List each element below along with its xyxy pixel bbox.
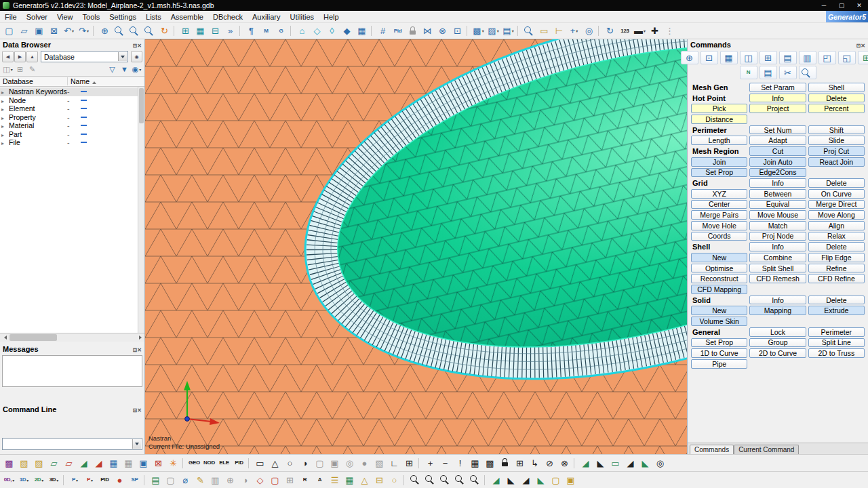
select-rect-icon[interactable]: ▭ xyxy=(253,456,267,470)
overflow-icon[interactable]: ⋮ xyxy=(663,24,677,38)
db-view-mode-icon[interactable]: ◫ xyxy=(2,64,14,75)
list-materials-icon[interactable]: M xyxy=(259,24,273,38)
move-hole-button[interactable]: Move Hole xyxy=(691,221,747,230)
mini2-tri-2-icon[interactable]: ◣ xyxy=(504,473,518,487)
target-icon[interactable]: ◎ xyxy=(582,24,596,38)
diameter-icon[interactable]: ⌀ xyxy=(178,473,193,487)
page-filled-icon[interactable]: ▣ xyxy=(328,456,342,470)
percent-button[interactable]: Percent xyxy=(808,104,865,113)
viewport-canvas[interactable] xyxy=(145,39,687,454)
menu-lists[interactable]: Lists xyxy=(141,11,166,22)
page-blank-icon[interactable]: ▢ xyxy=(313,456,327,470)
r-button[interactable]: R xyxy=(298,473,312,487)
join-button[interactable]: Join xyxy=(691,157,747,167)
table-icon[interactable]: ⊞ xyxy=(402,456,416,470)
snap-icon[interactable]: ↳ xyxy=(528,456,542,470)
quality-quad-green-icon[interactable]: ▱ xyxy=(47,456,61,470)
ring-gold-icon[interactable]: ○ xyxy=(387,473,401,487)
mini2-tri-3-icon[interactable]: ◢ xyxy=(519,473,533,487)
merge-direct-button[interactable]: Merge Direct xyxy=(808,200,865,209)
corner-icon[interactable]: ∟ xyxy=(387,456,401,470)
proj-cut-button[interactable]: Proj Cut xyxy=(808,146,865,156)
redo-icon[interactable]: ↷ xyxy=(77,24,91,38)
rotate-view-icon[interactable]: ↻ xyxy=(157,24,172,38)
section-a-icon[interactable]: ▧ xyxy=(17,456,31,470)
line-width-icon[interactable]: ▬ xyxy=(633,24,647,38)
solid-tool-icon[interactable]: ◆ xyxy=(340,24,354,38)
expander-icon[interactable] xyxy=(1,121,9,129)
pan-view-icon[interactable]: ⊕ xyxy=(98,24,112,38)
grid-small-icon[interactable]: ⊞ xyxy=(283,473,297,487)
tree-item-element[interactable]: Element - xyxy=(0,104,138,113)
menu-tools[interactable]: Tools xyxy=(78,11,105,22)
green-book-icon[interactable]: ▤ xyxy=(149,473,163,487)
mesh-hash-icon[interactable]: # xyxy=(376,24,390,38)
flip-edge-button[interactable]: Flip Edge xyxy=(808,253,865,262)
zoom-in-button[interactable] xyxy=(408,473,422,487)
display-mode-icon[interactable]: ▩ xyxy=(471,24,486,38)
project-button[interactable]: Project xyxy=(749,104,806,113)
face-tool-icon[interactable]: ◇ xyxy=(310,24,324,38)
slide-button[interactable]: Slide xyxy=(808,136,865,145)
between-button[interactable]: Between xyxy=(749,189,806,199)
cut-tool-icon[interactable]: ✂ xyxy=(779,66,797,79)
diamond-red-icon[interactable]: ◇ xyxy=(253,473,267,487)
half-icon[interactable]: ◑ xyxy=(238,473,252,487)
open-folder-icon[interactable]: ▱ xyxy=(17,24,31,38)
tree-item-node[interactable]: Node - xyxy=(0,96,138,105)
scroll-left-icon[interactable] xyxy=(0,333,8,342)
undo-icon[interactable]: ↶ xyxy=(62,24,76,38)
on-curve-button[interactable]: On Curve xyxy=(808,189,865,199)
zoom-out-icon[interactable] xyxy=(142,24,157,38)
delete-mesh-icon[interactable]: ⊠ xyxy=(151,456,165,470)
db-options-button[interactable]: ◉ xyxy=(131,51,142,62)
close-button[interactable]: ✕ xyxy=(850,0,868,11)
2d-to-curve-button[interactable]: 2D to Curve xyxy=(749,348,806,358)
db-filter-icon[interactable]: ▽ xyxy=(106,64,118,75)
column-header-name[interactable]: Name xyxy=(68,77,144,85)
region-set-prop-button[interactable]: Set Prop xyxy=(691,168,747,178)
command-input[interactable] xyxy=(2,438,142,450)
equival-button[interactable]: Equival xyxy=(749,200,806,209)
grid-add-icon[interactable]: ⊞ xyxy=(513,456,527,470)
1d-to-curve-button[interactable]: 1D to Curve xyxy=(691,348,747,358)
adapt-button[interactable]: Adapt xyxy=(749,136,806,145)
notes-icon[interactable]: ▢ xyxy=(163,473,178,487)
pencil-icon[interactable]: ✎ xyxy=(193,473,208,487)
bc-module-icon[interactable]: ◰ xyxy=(818,51,836,64)
db-forward-button[interactable]: ▶ xyxy=(14,51,26,62)
menu-solver[interactable]: Solver xyxy=(22,11,52,22)
quality-quad-red-icon[interactable]: ▱ xyxy=(62,456,76,470)
close-panel-icon[interactable]: ✕ xyxy=(861,43,865,49)
extrude-button[interactable]: Extrude xyxy=(808,306,865,315)
match-button[interactable]: Match xyxy=(749,221,806,230)
box3d-icon[interactable]: ▧ xyxy=(372,456,387,470)
screen-icon[interactable]: ⊡ xyxy=(450,24,465,38)
list-groups-icon[interactable]: G xyxy=(274,24,288,38)
doc-gold-1-icon[interactable]: ▢ xyxy=(549,473,563,487)
combine-button[interactable]: Combine xyxy=(749,253,806,262)
column-header-database[interactable]: Database xyxy=(0,77,68,85)
zoom-prev-button[interactable] xyxy=(453,473,467,487)
grid-solid-icon[interactable]: ▦ xyxy=(468,456,482,470)
close-model-icon[interactable]: ⊠ xyxy=(47,24,61,38)
lock-entities-icon[interactable] xyxy=(498,456,512,470)
mini-ruler-icon[interactable]: ▭ xyxy=(608,456,623,470)
cube-icon[interactable]: ▣ xyxy=(136,456,151,470)
sphere-icon[interactable]: ● xyxy=(357,456,372,470)
color-palette-icon[interactable]: ▩ xyxy=(2,456,16,470)
pid-display-button[interactable]: PID xyxy=(98,473,112,487)
new-file-icon[interactable]: ▢ xyxy=(2,24,16,38)
mini-tri-4-icon[interactable]: ◣ xyxy=(638,456,652,470)
viewport[interactable]: Nastran Current File: Unassigned xyxy=(145,39,687,454)
database-select[interactable]: Database xyxy=(41,51,128,62)
move-along-button[interactable]: Move Along xyxy=(808,210,865,220)
palette-green-icon[interactable]: ▦ xyxy=(342,473,357,487)
tree-item-nastran-keywords[interactable]: Nastran Keywords - xyxy=(0,87,138,96)
merge-pairs-button[interactable]: Merge Pairs xyxy=(691,210,747,220)
scroll-right-icon[interactable] xyxy=(136,333,144,342)
solid-module-icon[interactable]: ⊞ xyxy=(760,51,777,64)
menu-icon[interactable]: ☰ xyxy=(328,473,342,487)
db-filter-apply-icon[interactable]: ▼ xyxy=(119,64,130,75)
combo-arrow-icon[interactable] xyxy=(132,439,141,449)
